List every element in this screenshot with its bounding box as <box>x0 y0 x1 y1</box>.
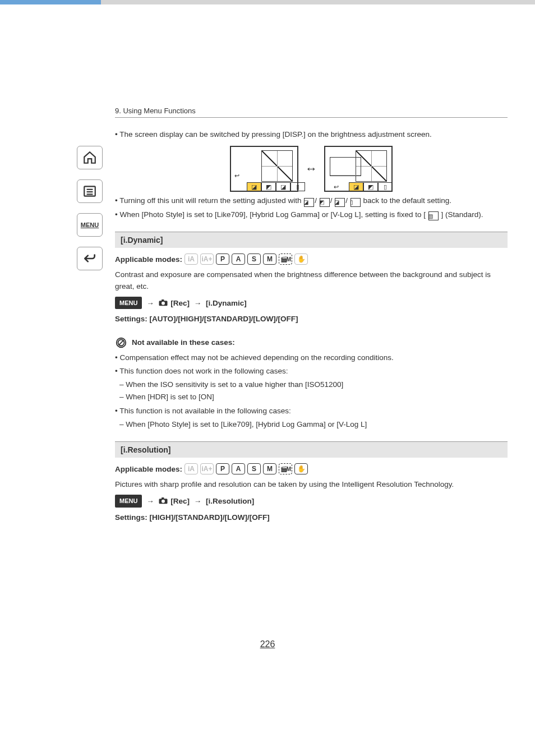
note-default: Turning off this unit will return the se… <box>115 195 508 207</box>
text: When [Photo Style] is set to [Like709], … <box>119 210 426 219</box>
screen-switch-diagram: ↩ ◪ ◩ ◪ ▯ ↔ ↩ ◪ ◩ ▯ <box>115 146 508 192</box>
rec-icon <box>158 497 168 505</box>
section-iresolution-head: [i.Resolution] <box>115 441 508 458</box>
path-item: [i.Dynamic] <box>206 299 247 307</box>
back-icon <box>82 251 97 266</box>
mode-ia-plus: iA+ <box>200 463 214 474</box>
note-photostyle: When [Photo Style] is set to [Like709], … <box>115 209 508 221</box>
modes-label: Applicable modes: <box>115 255 182 264</box>
na-b2: This function does not work in the follo… <box>115 366 508 377</box>
quadrant-graphic <box>261 150 293 182</box>
mode-m: M <box>263 253 276 265</box>
not-available-head: Not available in these cases: <box>115 336 508 349</box>
mode-s: S <box>247 463 261 474</box>
mode-ia: iA <box>185 253 198 265</box>
mode-p: P <box>216 253 229 265</box>
screen-variant-b: ↩ ◪ ◩ ▯ <box>324 146 393 192</box>
iresolution-desc: Pictures with sharp profile and resoluti… <box>115 479 508 490</box>
svg-rect-11 <box>162 497 164 499</box>
na-b2a: When the ISO sensitivity is set to a val… <box>115 379 508 390</box>
iresolution-menu-path: MENU → [Rec] → [i.Resolution] <box>115 495 508 508</box>
sidebar: MENU <box>73 146 107 270</box>
mode-a: A <box>232 253 245 265</box>
toc-icon <box>82 184 97 199</box>
svg-point-12 <box>162 500 165 503</box>
top-bar-accent <box>0 0 101 4</box>
return-icon: ↩ <box>234 172 239 179</box>
mode-ia-plus: iA+ <box>200 253 214 265</box>
svg-line-9 <box>118 340 123 345</box>
mode-creative-video: 🎬M <box>279 463 292 474</box>
text: ] (Standard). <box>441 210 483 219</box>
na-b1: Compensation effect may not be achieved … <box>115 352 508 363</box>
page-content: 9. Using Menu Functions The screen displ… <box>115 107 508 528</box>
mode-s: S <box>247 253 261 265</box>
text: back to the default setting. <box>363 196 451 205</box>
tab-hl: ◪ <box>349 182 363 191</box>
menu-button[interactable]: MENU <box>77 213 103 237</box>
back-button[interactable] <box>77 247 103 270</box>
applicable-modes-iresolution: Applicable modes: iA iA+ P A S M 🎬M ✋ <box>115 463 508 474</box>
text: Turning off this unit will return the se… <box>119 196 303 205</box>
mode-ia: iA <box>185 463 198 474</box>
standard-icon: ▧ <box>428 211 439 220</box>
section-idynamic-head: [i.Dynamic] <box>115 232 508 248</box>
knee-icon: ▯ <box>350 198 361 207</box>
rec-icon <box>158 299 168 307</box>
note-disp: The screen display can be switched by pr… <box>115 129 508 140</box>
menu-pill: MENU <box>115 297 142 310</box>
page-number[interactable]: 226 <box>0 639 535 649</box>
na-b3a: When [Photo Style] is set to [Like709], … <box>115 419 508 430</box>
tab-sl: ◪ <box>276 182 290 191</box>
path-item: [i.Resolution] <box>206 497 254 505</box>
tab-hl: ◪ <box>247 182 261 191</box>
path-rec: [Rec] <box>170 299 190 307</box>
tab-sh: ◩ <box>363 182 378 191</box>
return-icon: ↩ <box>329 182 343 191</box>
arrow-icon: → <box>146 299 154 307</box>
applicable-modes-idynamic: Applicable modes: iA iA+ P A S M 🎬M ✋ <box>115 253 508 265</box>
home-button[interactable] <box>77 146 103 169</box>
breadcrumb: 9. Using Menu Functions <box>115 107 508 115</box>
not-available-icon <box>115 336 127 349</box>
na-title: Not available in these cases: <box>132 338 235 347</box>
highlight-icon: ◪ <box>304 198 314 207</box>
menu-pill: MENU <box>115 495 142 508</box>
mode-m: M <box>263 463 276 474</box>
idynamic-settings: Settings: [AUTO]/[HIGH]/[STANDARD]/[LOW]… <box>115 314 508 325</box>
histogram-graphic <box>330 157 361 176</box>
mode-p: P <box>216 463 229 474</box>
svg-point-6 <box>162 302 165 305</box>
arrow-icon: → <box>194 497 202 505</box>
slope-icon: ◪ <box>335 198 345 207</box>
swap-arrow-icon: ↔ <box>305 162 317 176</box>
toc-button[interactable] <box>77 179 103 203</box>
iresolution-settings: Settings: [HIGH]/[STANDARD]/[LOW]/[OFF] <box>115 512 508 523</box>
idynamic-menu-path: MENU → [Rec] → [i.Dynamic] <box>115 297 508 310</box>
tab-kn: ▯ <box>378 182 393 191</box>
menu-label: MENU <box>81 222 99 228</box>
tab-kn: ▯ <box>290 182 305 191</box>
shadow-icon: ◩ <box>320 198 330 207</box>
tab-sh: ◩ <box>261 182 276 191</box>
na-b2b: When [HDR] is set to [ON] <box>115 391 508 403</box>
screen-variant-a: ↩ ◪ ◩ ◪ ▯ <box>230 146 298 192</box>
path-rec: [Rec] <box>170 497 190 505</box>
mode-creative-video: 🎬M <box>279 253 292 265</box>
home-icon <box>82 150 97 165</box>
na-b3: This function is not available in the fo… <box>115 405 508 417</box>
modes-label: Applicable modes: <box>115 465 182 473</box>
idynamic-desc: Contrast and exposure are compensated wh… <box>115 269 508 292</box>
divider <box>115 117 508 118</box>
mode-scene: ✋ <box>294 463 308 474</box>
svg-rect-5 <box>162 299 164 301</box>
arrow-icon: → <box>194 299 202 307</box>
arrow-icon: → <box>146 497 154 505</box>
mode-a: A <box>232 463 245 474</box>
mode-scene: ✋ <box>294 253 308 265</box>
